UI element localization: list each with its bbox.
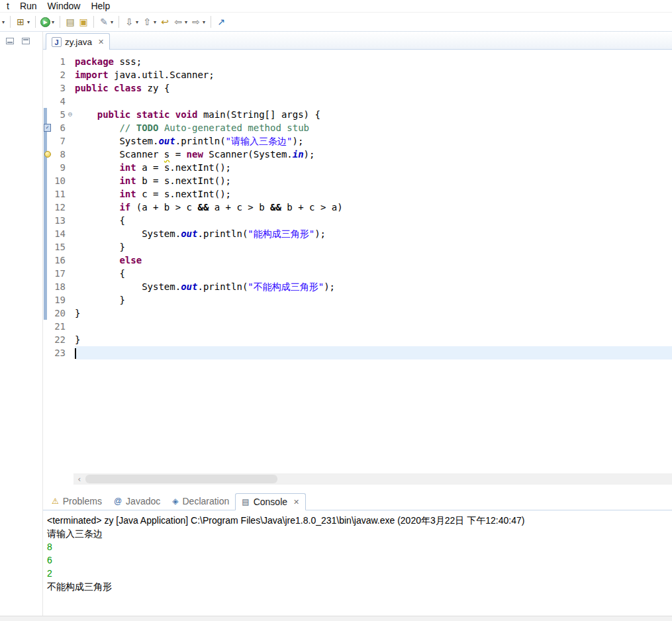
code-text: else (75, 254, 672, 267)
code-line-12[interactable]: 12 if (a + b > c && a + c > b && b + c >… (43, 201, 672, 214)
minimize-view-icon[interactable] (6, 38, 14, 44)
tab-problems[interactable]: ⚠Problems (46, 493, 108, 510)
toolbar-separator (60, 16, 60, 28)
next-annotation-caret[interactable]: ▾ (136, 19, 138, 25)
code-line-19[interactable]: 19 } (43, 293, 672, 307)
editor-tab-zy-java[interactable]: J zy.java ✕ (46, 33, 110, 50)
code-line-6[interactable]: 6 // TODO Auto-generated method stub (43, 121, 672, 134)
code-line-11[interactable]: 11 int c = s.nextInt(); (43, 187, 672, 201)
code-line-4[interactable]: 4 (43, 95, 672, 108)
code-line-21[interactable]: 21 (43, 320, 672, 333)
menu-item-run[interactable]: Run (15, 1, 42, 11)
format-annotation-icon[interactable]: ✎ (98, 16, 110, 28)
console-line-title: <terminated> zy [Java Application] C:\Pr… (47, 514, 672, 527)
menu-item-help[interactable]: Help (85, 1, 115, 11)
console-line-in: 2 (47, 567, 672, 580)
horizontal-scrollbar[interactable]: ‹ (73, 473, 672, 485)
fold-spacer (66, 174, 75, 187)
code-line-3[interactable]: 3public class zy { (43, 81, 672, 95)
fold-spacer (66, 240, 75, 254)
line-number: 19 (43, 293, 66, 307)
fold-spacer (66, 214, 75, 227)
code-line-17[interactable]: 17 { (43, 267, 672, 280)
fold-spacer (66, 81, 75, 95)
menu-item-window[interactable]: Window (42, 1, 86, 11)
tab-javadoc[interactable]: @Javadoc (108, 493, 166, 510)
restore-view-icon[interactable] (22, 38, 30, 44)
console-line-out: 请输入三条边 (47, 527, 672, 540)
code-line-18[interactable]: 18 System.out.println("不能构成三角形"); (43, 280, 672, 293)
status-bar (0, 616, 672, 621)
console-line-in: 8 (47, 540, 672, 553)
back-icon[interactable]: ⇦ (172, 16, 184, 28)
fold-spacer (66, 346, 75, 359)
format-annotation-caret[interactable]: ▾ (111, 19, 113, 25)
code-line-9[interactable]: 9 int a = s.nextInt(); (43, 161, 672, 174)
back-caret[interactable]: ▾ (185, 19, 187, 25)
new-wizard-icon[interactable]: ⊞ (15, 16, 26, 28)
toolbar-overflow-caret[interactable]: ▾ (2, 19, 5, 25)
toolbar-separator (10, 16, 11, 28)
code-line-20[interactable]: 20} (43, 307, 672, 320)
forward-icon[interactable]: ⇨ (190, 16, 202, 28)
warning-marker-icon[interactable] (44, 151, 51, 158)
new-wizard-caret[interactable]: ▾ (27, 19, 30, 25)
fold-collapse-icon[interactable]: ⊖ (66, 108, 75, 121)
fold-spacer (66, 187, 75, 201)
sash-horizontal[interactable] (43, 485, 672, 493)
previous-annotation-caret[interactable]: ▾ (154, 19, 156, 25)
next-annotation-icon[interactable]: ⇩ (123, 16, 135, 28)
tab-declaration[interactable]: ◈Declaration (166, 493, 235, 510)
code-line-15[interactable]: 15 } (43, 240, 672, 254)
line-number: 22 (43, 333, 66, 346)
code-line-23[interactable]: 23 (43, 346, 672, 359)
fold-spacer (66, 267, 75, 280)
menu-item-t[interactable]: t (1, 1, 15, 11)
code-line-14[interactable]: 14 System.out.println("能构成三角形"); (43, 227, 672, 240)
fold-spacer (66, 280, 75, 293)
code-text (75, 346, 672, 359)
last-edit-location-icon[interactable]: ↩ (159, 16, 171, 28)
code-text: } (75, 333, 672, 346)
code-line-5[interactable]: 5⊖ public static void main(String[] args… (43, 108, 672, 121)
line-number: 21 (43, 320, 66, 333)
scroll-left-arrow-icon[interactable]: ‹ (73, 474, 85, 484)
code-line-22[interactable]: 22} (43, 333, 672, 346)
code-line-2[interactable]: 2import java.util.Scanner; (43, 68, 672, 81)
print-icon[interactable]: ▤ (64, 16, 76, 28)
tab-declaration-label: Declaration (182, 496, 229, 506)
scrollbar-thumb[interactable] (85, 475, 277, 483)
previous-annotation-icon[interactable]: ⇧ (141, 16, 153, 28)
editor-code-area[interactable]: 1package sss;2import java.util.Scanner;3… (43, 50, 672, 485)
forward-caret[interactable]: ▾ (203, 19, 205, 25)
code-line-7[interactable]: 7 System.out.println("请输入三条边"); (43, 134, 672, 148)
toolbar-separator (35, 16, 36, 28)
java-file-icon: J (52, 37, 62, 47)
tab-console[interactable]: ▤Console✕ (235, 493, 306, 510)
code-text: package sss; (75, 55, 672, 68)
code-line-8[interactable]: 8 Scanner s = new Scanner(System.in); (43, 148, 672, 161)
code-line-10[interactable]: 10 int b = s.nextInt(); (43, 174, 672, 187)
code-text: int c = s.nextInt(); (75, 187, 672, 201)
open-folder-icon[interactable]: ▣ (77, 16, 89, 28)
code-text: } (75, 293, 672, 307)
editor-tab-close-icon[interactable]: ✕ (98, 38, 104, 46)
run-icon[interactable]: ▶ (40, 17, 50, 27)
code-text: public static void main(String[] args) { (75, 108, 672, 121)
open-task-icon[interactable]: ↗ (215, 16, 227, 28)
line-number: 16 (43, 254, 66, 267)
code-text: if (a + b > c && a + c > b && b + c > a) (75, 201, 672, 214)
console-output[interactable]: <terminated> zy [Java Application] C:\Pr… (44, 510, 672, 616)
code-line-16[interactable]: 16 else (43, 254, 672, 267)
tab-console-label: Console (254, 497, 287, 507)
code-lines: 1package sss;2import java.util.Scanner;3… (43, 55, 672, 359)
editor-tab-bar: J zy.java ✕ (43, 32, 672, 50)
code-line-1[interactable]: 1package sss; (43, 55, 672, 68)
line-number: 23 (43, 346, 66, 359)
code-text: int a = s.nextInt(); (75, 161, 672, 174)
task-marker-icon[interactable] (44, 124, 51, 132)
run-caret[interactable]: ▾ (52, 19, 54, 25)
console-tab-close-icon[interactable]: ✕ (293, 498, 299, 506)
code-line-13[interactable]: 13 { (43, 214, 672, 227)
fold-spacer (66, 121, 75, 134)
